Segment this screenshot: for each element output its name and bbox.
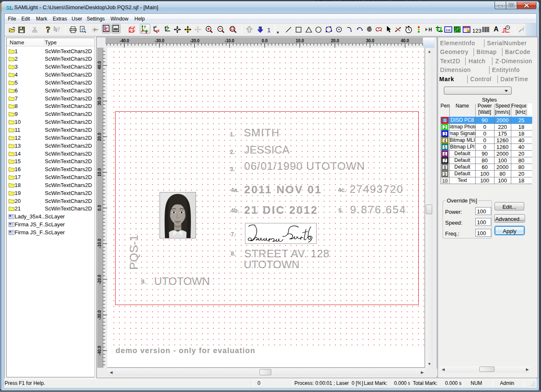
svg-text:30.0: 30.0 bbox=[366, 38, 374, 43]
svg-text:exe: exe bbox=[446, 28, 451, 31]
svg-text:1: 1 bbox=[468, 30, 469, 32]
svg-text:-30.0: -30.0 bbox=[155, 38, 165, 43]
svg-text:z: z bbox=[166, 25, 168, 28]
svg-text:-40.0: -40.0 bbox=[97, 346, 102, 355]
svg-text:30.0: 30.0 bbox=[97, 97, 102, 105]
svg-text:20.0: 20.0 bbox=[97, 133, 102, 141]
svg-text:-20.0: -20.0 bbox=[190, 38, 200, 43]
svg-text:-10.0: -10.0 bbox=[225, 38, 234, 43]
svg-text:0.0: 0.0 bbox=[262, 38, 268, 43]
svg-text:-20.0: -20.0 bbox=[97, 274, 102, 284]
svg-text:40.0: 40.0 bbox=[401, 38, 409, 43]
svg-text:40.0: 40.0 bbox=[97, 61, 102, 69]
svg-text:-40.0: -40.0 bbox=[120, 38, 129, 43]
svg-text:-30.0: -30.0 bbox=[97, 310, 102, 320]
svg-text:?: ? bbox=[57, 26, 60, 33]
svg-text:10.0: 10.0 bbox=[97, 168, 102, 177]
svg-text:20.0: 20.0 bbox=[331, 38, 339, 43]
svg-text:x: x bbox=[145, 30, 147, 34]
svg-text:?: ? bbox=[46, 25, 51, 34]
svg-text:z: z bbox=[155, 25, 157, 28]
svg-text:x: x bbox=[157, 28, 160, 33]
svg-text:10.0: 10.0 bbox=[296, 38, 304, 43]
svg-text:y: y bbox=[144, 24, 146, 28]
svg-text:-10.0: -10.0 bbox=[97, 238, 102, 248]
svg-text:0.0: 0.0 bbox=[97, 205, 102, 211]
